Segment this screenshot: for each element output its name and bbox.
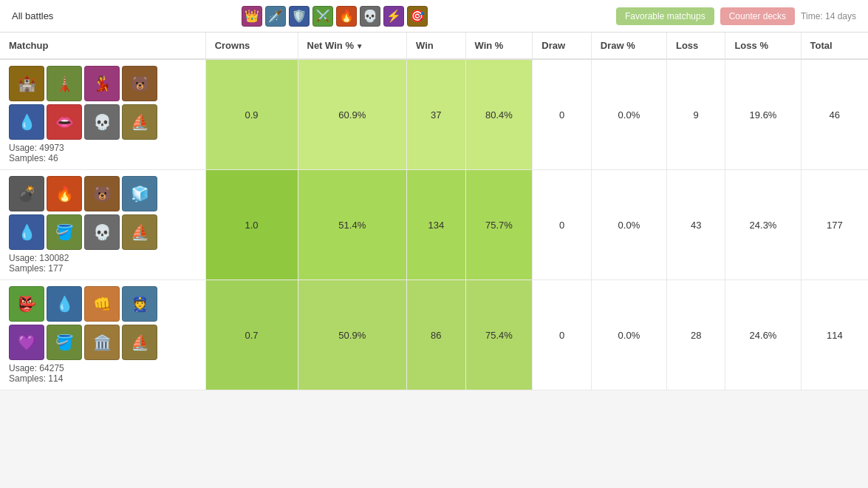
deck-card: ⛵ (122, 214, 157, 250)
deck-card: 👄 (47, 104, 82, 140)
draw-cell-3: 0 (533, 280, 591, 390)
loss-cell-1: 9 (666, 59, 725, 170)
deck-card: ⛵ (122, 325, 157, 360)
deck-cards-bottom-3: 💜 🪣 🏛️ ⛵ (9, 325, 197, 360)
matchup-cell-3: 👺 💧 👊 👮 💜 🪣 🏛️ ⛵ Usage: 64275 Samples: 1… (0, 280, 205, 390)
deck-card: 🐻 (84, 176, 120, 211)
deck-cards-top-3: 👺 💧 👊 👮 (9, 286, 197, 322)
col-header-net-win-pct[interactable]: Net Win % (298, 33, 407, 59)
nav-icons: 👑 🗡️ 🛡️ ⚔️ 🔥 💀 ⚡ 🎯 (242, 6, 428, 27)
deck-card: 👮 (122, 286, 157, 322)
deck-card: 💧 (9, 104, 44, 140)
nav-icon-7[interactable]: ⚡ (383, 6, 404, 27)
deck-card: 👺 (9, 286, 44, 322)
deck-cards-bottom-1: 💧 👄 💀 ⛵ (9, 104, 197, 140)
win-pct-cell-3: 75.4% (465, 280, 533, 390)
deck-card: 💀 (84, 214, 120, 250)
crowns-cell-1: 0.9 (205, 59, 298, 170)
crowns-cell-2: 1.0 (205, 170, 298, 280)
nav-icon-3[interactable]: 🛡️ (289, 6, 310, 27)
loss-pct-cell-1: 19.6% (725, 59, 801, 170)
deck-card: 💣 (9, 176, 44, 211)
deck-cards-top-1: 🏰 🗼 💃 🐻 (9, 66, 197, 101)
deck-card: 💜 (9, 325, 44, 360)
nav-icon-1[interactable]: 👑 (242, 6, 262, 27)
draw-pct-cell-2: 0.0% (591, 170, 666, 280)
deck-card: 💧 (9, 214, 44, 250)
favorable-matchups-button[interactable]: Favorable matchups (616, 7, 714, 25)
table-header-row: Matchup Crowns Net Win % Win Win % Draw … (0, 33, 868, 59)
col-header-loss-pct: Loss % (725, 33, 801, 59)
col-header-matchup: Matchup (0, 33, 205, 59)
time-label: Time: 14 days (801, 11, 856, 21)
usage-text-1: Usage: 49973 (9, 143, 197, 153)
samples-text-2: Samples: 177 (9, 263, 197, 274)
deck-card: 🏛️ (84, 325, 120, 360)
deck-card: ⛵ (122, 104, 157, 140)
deck-card: 🪣 (47, 214, 82, 250)
usage-text-3: Usage: 64275 (9, 363, 197, 373)
win-cell-3: 86 (407, 280, 465, 390)
samples-text-1: Samples: 46 (9, 153, 197, 163)
usage-text-2: Usage: 130082 (9, 253, 197, 263)
nav-icon-5[interactable]: 🔥 (336, 6, 357, 27)
net-win-pct-cell-3: 50.9% (298, 280, 407, 390)
col-header-total: Total (801, 33, 868, 59)
deck-card: 💀 (84, 104, 120, 140)
deck-cards-bottom-2: 💧 🪣 💀 ⛵ (9, 214, 197, 250)
table-row: 💣 🔥 🐻 🧊 💧 🪣 💀 ⛵ Usage: 130082 Samples: 1… (0, 170, 868, 280)
net-win-pct-cell-1: 60.9% (298, 59, 407, 170)
deck-card: 🪣 (47, 325, 82, 360)
matchup-table: Matchup Crowns Net Win % Win Win % Draw … (0, 33, 868, 390)
col-header-loss: Loss (666, 33, 725, 59)
deck-card: 🗼 (47, 66, 82, 101)
table-row: 🏰 🗼 💃 🐻 💧 👄 💀 ⛵ Usage: 49973 Samples: 46 (0, 59, 868, 170)
win-pct-cell-1: 80.4% (465, 59, 533, 170)
all-battles-label: All battles (12, 10, 53, 21)
nav-icon-8[interactable]: 🎯 (407, 6, 428, 27)
main-table-container: Matchup Crowns Net Win % Win Win % Draw … (0, 33, 868, 390)
deck-card: 👊 (84, 286, 120, 322)
col-header-win: Win (407, 33, 465, 59)
loss-cell-2: 43 (666, 170, 725, 280)
total-cell-1: 46 (801, 59, 868, 170)
col-header-draw: Draw (533, 33, 591, 59)
net-win-pct-cell-2: 51.4% (298, 170, 407, 280)
win-cell-2: 134 (407, 170, 465, 280)
samples-text-3: Samples: 114 (9, 373, 197, 384)
draw-pct-cell-1: 0.0% (591, 59, 666, 170)
draw-pct-cell-3: 0.0% (591, 280, 666, 390)
nav-icon-4[interactable]: ⚔️ (312, 6, 333, 27)
col-header-win-pct: Win % (465, 33, 533, 59)
loss-pct-cell-3: 24.6% (725, 280, 801, 390)
col-header-draw-pct: Draw % (591, 33, 666, 59)
total-cell-2: 177 (801, 170, 868, 280)
crowns-cell-3: 0.7 (205, 280, 298, 390)
win-cell-1: 37 (407, 59, 465, 170)
deck-card: 🏰 (9, 66, 44, 101)
top-bar: All battles 👑 🗡️ 🛡️ ⚔️ 🔥 💀 ⚡ 🎯 Favorable… (0, 0, 868, 33)
matchup-cell-1: 🏰 🗼 💃 🐻 💧 👄 💀 ⛵ Usage: 49973 Samples: 46 (0, 59, 205, 170)
deck-card: 💧 (47, 286, 82, 322)
deck-card: 🧊 (122, 176, 157, 211)
loss-cell-3: 28 (666, 280, 725, 390)
loss-pct-cell-2: 24.3% (725, 170, 801, 280)
nav-icon-6[interactable]: 💀 (360, 6, 380, 27)
deck-card: 🔥 (47, 176, 82, 211)
table-row: 👺 💧 👊 👮 💜 🪣 🏛️ ⛵ Usage: 64275 Samples: 1… (0, 280, 868, 390)
matchup-cell-2: 💣 🔥 🐻 🧊 💧 🪣 💀 ⛵ Usage: 130082 Samples: 1… (0, 170, 205, 280)
draw-cell-2: 0 (533, 170, 591, 280)
total-cell-3: 114 (801, 280, 868, 390)
draw-cell-1: 0 (533, 59, 591, 170)
col-header-crowns: Crowns (205, 33, 298, 59)
deck-card: 🐻 (122, 66, 157, 101)
win-pct-cell-2: 75.7% (465, 170, 533, 280)
top-bar-actions: Favorable matchups Counter decks Time: 1… (616, 7, 856, 25)
deck-card: 💃 (84, 66, 120, 101)
nav-icon-2[interactable]: 🗡️ (265, 6, 286, 27)
counter-decks-button[interactable]: Counter decks (720, 7, 795, 25)
deck-cards-top-2: 💣 🔥 🐻 🧊 (9, 176, 197, 211)
